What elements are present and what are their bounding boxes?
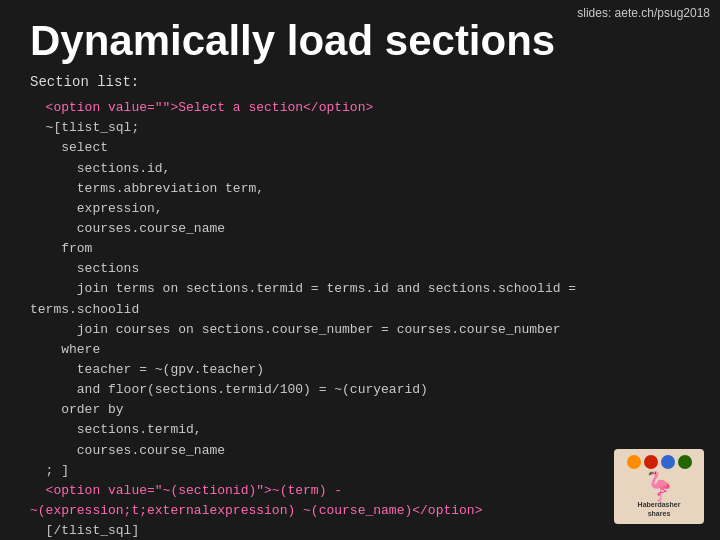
logo-circle-red [644, 455, 658, 469]
logo-circle-blue [661, 455, 675, 469]
logo-circle-orange [627, 455, 641, 469]
logo-flamingo-icon: 🦩 [642, 473, 677, 501]
code-line-pink-2: <option value="~(sectionid)">~(term) - ~… [30, 483, 482, 518]
logo-circles [627, 455, 692, 469]
code-line-1: <option value="">Select a section</optio… [30, 100, 373, 115]
logo-circle-green [678, 455, 692, 469]
section-label: Section list: [0, 74, 720, 98]
top-bar-text: slides: aete.ch/psug2018 [567, 0, 720, 26]
slide: slides: aete.ch/psug2018 Dynamically loa… [0, 0, 720, 540]
logo-box: 🦩 Haberdashershares [614, 449, 704, 524]
logo-text: Haberdashershares [638, 501, 681, 518]
code-block: <option value="">Select a section</optio… [0, 98, 720, 540]
